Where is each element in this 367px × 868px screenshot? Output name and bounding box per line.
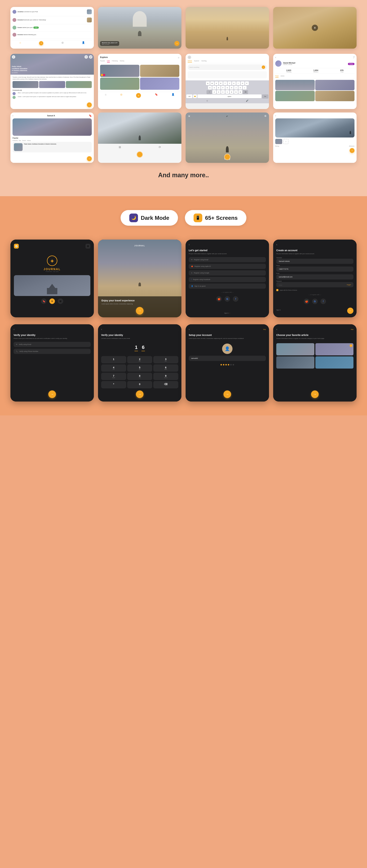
key-y[interactable]: Y (228, 82, 231, 85)
google-button[interactable]: G (225, 296, 230, 302)
tab-feed[interactable]: Feed (275, 75, 279, 78)
key-star[interactable]: * (101, 381, 126, 389)
back-button[interactable]: ‹ (276, 243, 277, 246)
action-button[interactable]: → (174, 41, 179, 46)
back-button[interactable]: ‹ (101, 328, 102, 331)
category-travel[interactable]: ✓ (315, 343, 354, 355)
back-button[interactable]: ‹ (276, 328, 277, 331)
key-g[interactable]: G (225, 86, 229, 90)
key-l[interactable]: L (243, 86, 247, 90)
tab-attribution[interactable]: Attribution (349, 146, 355, 147)
next-button[interactable]: → (223, 391, 231, 398)
key-backspace[interactable]: ⌫ (153, 381, 178, 389)
key-6[interactable]: 6MNO (153, 364, 178, 372)
grid-icon[interactable]: ⊞ (58, 299, 63, 304)
tab-following[interactable]: Following (112, 60, 118, 62)
key-7[interactable]: 7PQRS (101, 373, 126, 380)
tab-article[interactable]: Article (281, 75, 284, 78)
tab-new[interactable]: New (19, 140, 21, 141)
key-d[interactable]: D (217, 86, 221, 90)
key-b[interactable]: B (230, 90, 233, 94)
search-button[interactable]: → (262, 65, 265, 69)
key-z[interactable]: Z (213, 90, 216, 94)
terms-checkbox[interactable]: ✓ (276, 289, 278, 291)
google-button[interactable]: G (312, 299, 318, 304)
skip-button[interactable]: Skip (351, 329, 354, 330)
next-button[interactable]: → (311, 391, 319, 398)
category-nature[interactable] (276, 343, 314, 355)
sign-in-guest-btn[interactable]: 👤 Sign in as guest (189, 283, 266, 289)
key-8[interactable]: 8TUV (127, 373, 152, 380)
key-4[interactable]: 4GHI (101, 364, 126, 372)
register-google-btn[interactable]: G Register using Google (189, 270, 266, 276)
category-mountain[interactable] (276, 356, 314, 369)
tab-following[interactable]: Following (12, 140, 18, 141)
tab-live[interactable]: Live (107, 60, 110, 62)
facebook-button[interactable]: f (233, 296, 238, 302)
sign-in-link[interactable]: Sign In (276, 309, 281, 311)
add-button[interactable]: + (136, 93, 141, 98)
add-button[interactable]: + (39, 41, 43, 45)
tab-popular[interactable]: Popular (100, 60, 105, 62)
back-button[interactable]: ‹ (189, 243, 190, 246)
key-123[interactable]: 123 (186, 94, 193, 98)
key-u[interactable]: U (232, 82, 236, 85)
tab-nearby[interactable]: Nearby (120, 60, 124, 62)
follow-badge[interactable]: Follow (348, 62, 355, 65)
username-input[interactable]: samuel42 (189, 356, 266, 361)
key-f[interactable]: F (221, 86, 225, 90)
next-button[interactable]: → (136, 391, 144, 398)
verify-phone-btn[interactable]: 📞 Verify using Phone Number (13, 349, 91, 354)
like-button[interactable]: ♡ (84, 55, 88, 59)
key-k[interactable]: K (238, 86, 242, 90)
gallery-icon[interactable]: ⊞ (119, 146, 121, 149)
key-backspace[interactable]: ⌫ (243, 90, 248, 94)
category-waterfall[interactable] (315, 356, 354, 369)
close-icon[interactable]: ✕ (188, 115, 190, 118)
key-3[interactable]: 3DEF (153, 356, 178, 363)
key-9[interactable]: 9WXYZ (153, 373, 178, 380)
apple-button[interactable]: 🍎 (216, 296, 222, 302)
tab-hashtag[interactable]: Hashtag (201, 60, 207, 62)
tab-explorer[interactable]: Explorer (194, 60, 199, 62)
emoji-icon[interactable]: ☺ (206, 99, 208, 102)
key-p[interactable]: P (245, 82, 249, 85)
tab-belong[interactable]: Belong (275, 146, 279, 147)
tab-history[interactable]: History (27, 140, 31, 141)
key-shift[interactable]: ⇧ (207, 90, 212, 94)
key-e[interactable]: E (215, 82, 219, 85)
back-button[interactable]: ‹ (275, 114, 276, 117)
key-v[interactable]: V (225, 90, 229, 94)
action-button[interactable]: → (349, 148, 355, 153)
sign-in-link[interactable]: Sign In → (189, 312, 266, 314)
search-input[interactable]: Search something → (188, 64, 267, 70)
key-s[interactable]: S (213, 86, 216, 90)
action-button[interactable]: → (87, 102, 92, 107)
share-button[interactable]: ⤴ (353, 56, 355, 59)
capture-button[interactable] (224, 154, 230, 160)
plane-icon[interactable]: ✈ (49, 299, 55, 304)
profile-avatar[interactable]: 👤 (222, 344, 232, 354)
action-button[interactable]: → (87, 156, 92, 161)
key-c[interactable]: C (221, 90, 225, 94)
key-o[interactable]: O (241, 82, 245, 85)
key-n[interactable]: N (234, 90, 238, 94)
skip-button[interactable]: Skip (263, 329, 266, 330)
flip-icon[interactable]: ⟳ (159, 146, 161, 149)
verify-email-btn[interactable]: ✉ Verify using Email (13, 342, 91, 347)
password-input[interactable]: ........ Forgot? (276, 282, 354, 287)
add-image-button[interactable]: + (283, 139, 288, 144)
key-1[interactable]: 1 (101, 356, 126, 363)
key-i[interactable]: I (236, 82, 240, 85)
register-apple-btn[interactable]: 🍎 Register using Apple ID (189, 264, 266, 269)
register-facebook-btn[interactable]: f Register using Facebook (189, 277, 266, 282)
key-space[interactable]: space (197, 94, 261, 98)
key-t[interactable]: T (223, 82, 227, 85)
forgot-link[interactable]: Forgot? (347, 284, 351, 285)
key-w[interactable]: W (210, 82, 214, 85)
facebook-button[interactable]: f (320, 299, 326, 304)
apple-button[interactable]: 🍎 (304, 299, 309, 304)
key-a[interactable]: A (208, 86, 212, 90)
key-r[interactable]: R (219, 82, 223, 85)
back-button[interactable]: ‹ (275, 56, 276, 59)
